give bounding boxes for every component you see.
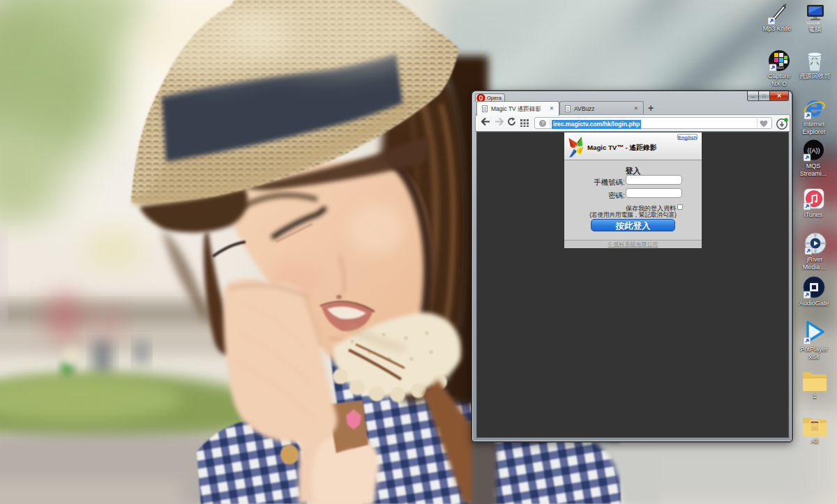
svg-text:((A)): ((A)) bbox=[807, 147, 820, 154]
svg-text:Nikon: Nikon bbox=[776, 66, 784, 70]
